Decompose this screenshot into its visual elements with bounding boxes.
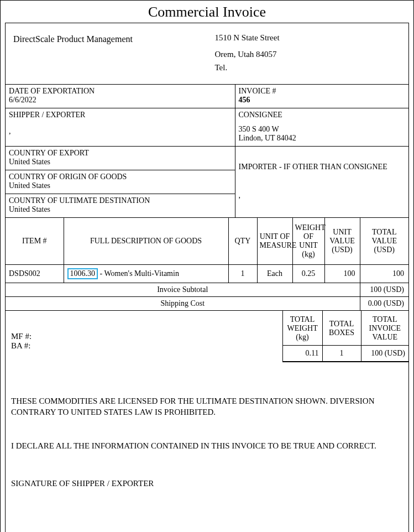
invoice-num-value: 456 <box>239 96 405 105</box>
totals-invoice-label: TOTAL INVOICE VALUE <box>361 311 408 346</box>
item-desc-suffix: - Women's Multi-Vitamin <box>98 269 179 278</box>
invoice-num-cell: INVOICE # 456 <box>235 85 408 108</box>
shipper-value: , <box>9 127 232 136</box>
item-total-value: 100 <box>360 265 408 283</box>
totals-invoice-value: 100 (USD) <box>361 346 408 362</box>
invoice-num-label: INVOICE # <box>239 87 405 96</box>
shipper-cell: SHIPPER / EXPORTER , <box>6 108 235 147</box>
declarations: THESE COMMODITIES ARE LICENSED FOR THE U… <box>6 362 408 479</box>
from-name: DirectScale Product Management <box>13 34 202 44</box>
importer-cell: IMPORTER - IF OTHER THAN CONSIGNEE , <box>235 147 408 218</box>
invoice-page: Commercial Invoice DirectScale Product M… <box>0 0 414 532</box>
country-dest-value: United States <box>9 205 232 214</box>
to-line1: 1510 N State Street <box>215 31 403 44</box>
item-desc: 1006.30 - Women's Multi-Vitamin <box>64 265 228 283</box>
country-origin-value: United States <box>9 181 232 190</box>
country-origin-cell: COUNTRY OF ORIGIN OF GOODS United States <box>6 170 235 194</box>
consignee-label: CONSIGNEE <box>239 111 405 119</box>
item-sku: DSDS002 <box>6 265 64 283</box>
item-qty: 1 <box>228 265 257 283</box>
th-wou: WEIGHT OF UNIT (kg) <box>292 218 324 265</box>
item-weight: 0.25 <box>292 265 324 283</box>
to-tel: Tel. <box>215 61 403 74</box>
document-title: Commercial Invoice <box>1 1 413 23</box>
totals-boxes-value: 1 <box>322 346 361 362</box>
country-export-value: United States <box>9 158 232 166</box>
consignee-cell: CONSIGNEE 350 S 400 W Lindon, UT 84042 <box>235 108 408 147</box>
consignee-line2: Lindon, UT 84042 <box>239 134 405 143</box>
totals-box: TOTAL WEIGHT (kg) TOTAL BOXES TOTAL INVO… <box>282 311 408 362</box>
decl-2: I DECLARE ALL THE INFORMATION CONTAINED … <box>11 440 403 451</box>
country-export-cell: COUNTRY OF EXPORT United States <box>6 147 235 170</box>
totals-boxes-label: TOTAL BOXES <box>322 311 361 346</box>
shipping-label: Shipping Cost <box>6 297 360 311</box>
th-uom: UNIT OF MEASURE <box>257 218 292 265</box>
th-qty: QTY <box>228 218 257 265</box>
to-block: 1510 N State Street Orem, Utah 84057 Tel… <box>207 23 409 84</box>
signature-label: SIGNATURE OF SHIPPER / EXPORTER <box>6 479 408 494</box>
subtotal-value: 100 (USD) <box>360 283 408 297</box>
country-dest-cell: COUNTRY OF ULTIMATE DESTINATION United S… <box>6 194 235 218</box>
consignee-line1: 350 S 400 W <box>239 125 405 134</box>
totals-weight-value: 0.11 <box>283 346 322 362</box>
line-item-row: DSDS002 1006.30 - Women's Multi-Vitamin … <box>6 265 408 283</box>
th-uv: UNIT VALUE (USD) <box>324 218 360 265</box>
importer-value: , <box>239 191 405 200</box>
th-tv: TOTAL VALUE (USD) <box>360 218 408 265</box>
date-label: DATE OF EXPORTATION <box>9 87 232 96</box>
line-items-table: ITEM # FULL DESCRIPTION OF GOODS QTY UNI… <box>6 218 408 311</box>
totals-weight-label: TOTAL WEIGHT (kg) <box>283 311 322 346</box>
decl-1: THESE COMMODITIES ARE LICENSED FOR THE U… <box>11 395 403 418</box>
countries-block: COUNTRY OF EXPORT United States COUNTRY … <box>6 147 235 218</box>
date-value: 6/6/2022 <box>9 96 232 105</box>
totals-section: TOTAL WEIGHT (kg) TOTAL BOXES TOTAL INVO… <box>6 311 408 362</box>
invoice-body: DirectScale Product Management 1510 N St… <box>5 23 409 532</box>
country-export-label: COUNTRY OF EXPORT <box>9 149 232 158</box>
subtotal-label: Invoice Subtotal <box>6 283 360 297</box>
th-item: ITEM # <box>6 218 64 265</box>
importer-label: IMPORTER - IF OTHER THAN CONSIGNEE <box>239 163 405 171</box>
item-uom: Each <box>257 265 292 283</box>
to-line2: Orem, Utah 84057 <box>215 48 403 61</box>
item-unit-value: 100 <box>324 265 360 283</box>
country-dest-label: COUNTRY OF ULTIMATE DESTINATION <box>9 196 232 205</box>
item-code-highlight: 1006.30 <box>67 268 98 279</box>
th-desc: FULL DESCRIPTION OF GOODS <box>64 218 228 265</box>
shipping-value: 0.00 (USD) <box>360 297 408 311</box>
shipper-label: SHIPPER / EXPORTER <box>9 111 232 119</box>
date-cell: DATE OF EXPORTATION 6/6/2022 <box>6 85 235 108</box>
from-block: DirectScale Product Management <box>6 23 207 84</box>
country-origin-label: COUNTRY OF ORIGIN OF GOODS <box>9 173 232 181</box>
